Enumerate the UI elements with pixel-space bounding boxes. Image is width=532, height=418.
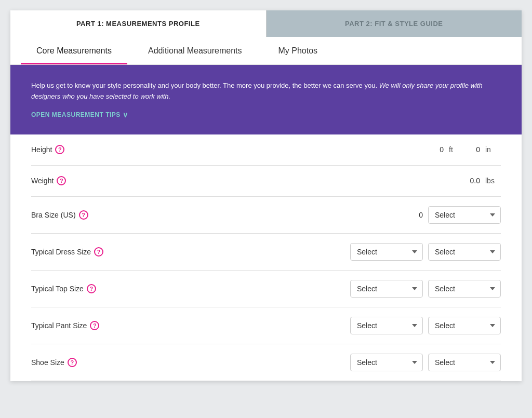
info-banner: Help us get to know your style personali…: [10, 65, 522, 134]
height-in-unit: in: [485, 145, 501, 154]
part1-tab-label: PART 1: MEASUREMENTS PROFILE: [76, 20, 200, 28]
tab-photos-label: My Photos: [278, 46, 318, 55]
bra-size-label: Bra Size (US) ?: [31, 210, 413, 220]
top-size-controls: Select Select: [350, 280, 501, 298]
tips-link-label: OPEN MEASUREMENT TIPS: [31, 111, 121, 118]
height-label: Height ?: [31, 145, 433, 154]
main-container: PART 1: MEASUREMENTS PROFILE PART 2: FIT…: [10, 10, 522, 381]
bra-size-label-text: Bra Size (US): [31, 211, 76, 219]
weight-label: Weight ?: [31, 176, 470, 185]
pant-size-select-2[interactable]: Select: [428, 317, 501, 334]
part2-tab[interactable]: PART 2: FIT & STYLE GUIDE: [267, 10, 522, 37]
bra-size-controls: 0 Select: [413, 206, 501, 224]
shoe-size-select-1[interactable]: Select: [350, 354, 423, 371]
pant-size-row: Typical Pant Size ? Select Select: [31, 307, 501, 344]
pant-size-select-1[interactable]: Select: [350, 317, 423, 334]
dress-size-select-2[interactable]: Select: [428, 243, 501, 261]
pant-size-label-text: Typical Pant Size: [31, 321, 87, 330]
dress-size-row: Typical Dress Size ? Select Select: [31, 234, 501, 271]
weight-controls: 0.0 lbs: [470, 177, 501, 185]
top-size-label-text: Typical Top Size: [31, 285, 84, 293]
tab-additional-measurements[interactable]: Additional Measurements: [132, 37, 258, 64]
dress-size-label: Typical Dress Size ?: [31, 247, 350, 257]
top-size-label: Typical Top Size ?: [31, 284, 350, 293]
bra-size-number-value: 0: [413, 211, 423, 219]
shoe-size-controls: Select Select: [350, 354, 501, 371]
shoe-size-label-text: Shoe Size: [31, 358, 64, 367]
shoe-size-row: Shoe Size ? Select Select: [31, 344, 501, 381]
chevron-down-icon: ∨: [123, 111, 128, 119]
dress-size-help-icon[interactable]: ?: [94, 247, 103, 257]
dress-size-controls: Select Select: [350, 243, 501, 261]
part2-tab-label: PART 2: FIT & STYLE GUIDE: [345, 20, 443, 28]
pant-size-controls: Select Select: [350, 317, 501, 334]
open-tips-link[interactable]: OPEN MEASUREMENT TIPS ∨: [31, 111, 128, 119]
height-controls: 0 ft 0 in: [433, 145, 501, 154]
weight-unit: lbs: [485, 177, 501, 185]
height-label-text: Height: [31, 145, 52, 154]
sub-tabs: Core Measurements Additional Measurement…: [10, 37, 522, 65]
part-tabs: PART 1: MEASUREMENTS PROFILE PART 2: FIT…: [10, 10, 522, 37]
height-ft-value: 0: [433, 145, 444, 154]
pant-size-help-icon[interactable]: ?: [90, 321, 99, 330]
tab-core-measurements[interactable]: Core Measurements: [21, 37, 127, 64]
tab-core-label: Core Measurements: [36, 46, 112, 55]
banner-text: Help us get to know your style personali…: [31, 80, 501, 102]
top-size-help-icon[interactable]: ?: [87, 284, 96, 293]
top-size-select-2[interactable]: Select: [428, 280, 501, 298]
dress-size-select-1[interactable]: Select: [350, 243, 423, 261]
top-size-select-1[interactable]: Select: [350, 280, 423, 298]
tab-additional-label: Additional Measurements: [148, 46, 242, 55]
bra-size-row: Bra Size (US) ? 0 Select: [31, 197, 501, 234]
shoe-size-help-icon[interactable]: ?: [68, 358, 77, 367]
dress-size-label-text: Typical Dress Size: [31, 248, 91, 256]
part1-tab[interactable]: PART 1: MEASUREMENTS PROFILE: [10, 10, 267, 37]
form-area: Height ? 0 ft 0 in Weight ? 0.0 lbs: [10, 134, 522, 381]
weight-label-text: Weight: [31, 177, 54, 185]
weight-help-icon[interactable]: ?: [57, 176, 66, 185]
shoe-size-select-2[interactable]: Select: [428, 354, 501, 371]
shoe-size-label: Shoe Size ?: [31, 358, 350, 367]
height-ft-unit: ft: [449, 145, 464, 154]
tab-my-photos[interactable]: My Photos: [263, 37, 334, 64]
height-help-icon[interactable]: ?: [55, 145, 64, 154]
weight-row: Weight ? 0.0 lbs: [31, 166, 501, 197]
height-in-value: 0: [470, 145, 480, 154]
weight-value: 0.0: [470, 177, 480, 185]
bra-size-help-icon[interactable]: ?: [79, 210, 88, 220]
pant-size-label: Typical Pant Size ?: [31, 321, 350, 330]
top-size-row: Typical Top Size ? Select Select: [31, 271, 501, 307]
height-row: Height ? 0 ft 0 in: [31, 134, 501, 166]
bra-size-select[interactable]: Select: [428, 206, 501, 224]
banner-main-text: Help us get to know your style personali…: [31, 82, 377, 89]
